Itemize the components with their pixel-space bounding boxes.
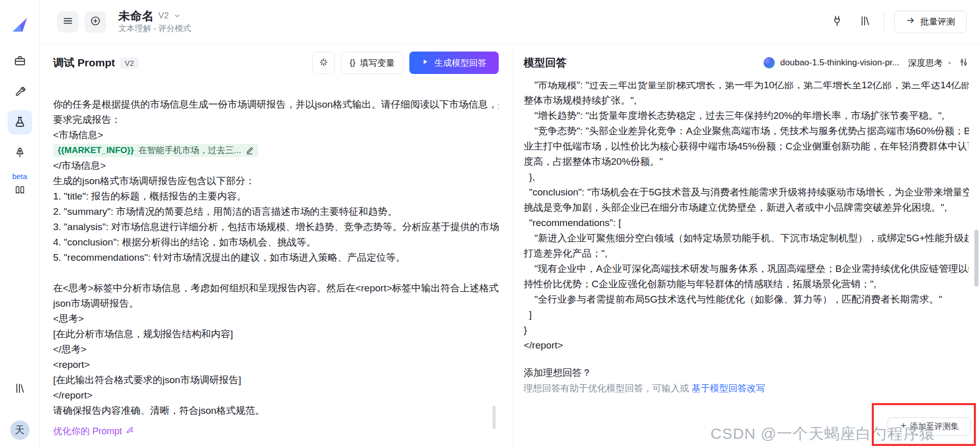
sidebar-item-prompt-lab[interactable] bbox=[8, 110, 32, 135]
text-line: </市场信息> bbox=[53, 158, 499, 173]
edit-pencil-icon[interactable] bbox=[246, 146, 254, 155]
variable-name: {{MARKET_INFO}} bbox=[58, 145, 134, 156]
plus-circle-icon bbox=[90, 15, 101, 28]
deep-think-dot-icon bbox=[948, 62, 951, 64]
collapse-menu-button[interactable] bbox=[57, 11, 79, 33]
text-line: </思考> bbox=[53, 342, 499, 357]
ai-optimize-button[interactable] bbox=[312, 52, 335, 74]
topbar-divider bbox=[884, 13, 884, 31]
tools-icon bbox=[14, 85, 26, 99]
text-line: }, bbox=[524, 169, 969, 185]
ideal-answer-hint-text: 理想回答有助于优化模型回答，可输入或 bbox=[524, 383, 692, 393]
hamburger-icon bbox=[62, 15, 74, 28]
prompt-panel-title: 调试 Prompt bbox=[53, 56, 115, 70]
variable-chip[interactable]: {{MARKET_INFO}} 在智能手机市场，过去三... bbox=[53, 144, 258, 157]
text-line: 持性价比优势；C企业应强化创新功能与年轻群体的情感联结，拓展场景化营销；", bbox=[524, 277, 969, 292]
text-line: "市场规模": "过去三年出货量呈阶梯式增长，第一年为10亿部，第二年增长至12… bbox=[524, 82, 969, 93]
user-avatar[interactable]: 天 bbox=[10, 420, 30, 440]
text-line: json市场调研报告。 bbox=[53, 296, 499, 311]
app-logo[interactable] bbox=[10, 14, 30, 35]
text-line: 2. "summary": 市场情况的简要总结，用简洁的语言描述市场的主要特征和… bbox=[53, 204, 499, 219]
add-to-evalset-button[interactable]: 添加至评测集 bbox=[888, 417, 971, 436]
batch-eval-button[interactable]: 批量评测 bbox=[894, 11, 967, 33]
chevron-down-icon[interactable] bbox=[174, 12, 181, 19]
model-settings-button[interactable] bbox=[959, 57, 969, 69]
sliders-icon bbox=[959, 57, 969, 69]
prompt-version-badge: V2 bbox=[120, 57, 138, 69]
library-icon bbox=[859, 15, 871, 29]
prompt-lines-before: 你的任务是根据提供的市场信息生成一份市场调研报告，并以json格式输出。请仔细阅… bbox=[53, 97, 499, 143]
prompt-panel-header: 调试 Prompt V2 {} bbox=[40, 44, 512, 82]
plug-icon bbox=[831, 15, 843, 29]
text-line: </report> bbox=[524, 338, 969, 353]
books-icon bbox=[14, 382, 26, 396]
fill-variables-button[interactable]: {} 填写变量 bbox=[341, 52, 403, 74]
resource-library-button[interactable] bbox=[856, 13, 873, 31]
text-line: 整体市场规模持续扩张。", bbox=[524, 93, 969, 108]
text-line: 打造差异化产品；", bbox=[524, 246, 969, 261]
text-line: "增长趋势": "出货量年度增长态势稳定，过去三年保持约20%的年增长率，市场扩… bbox=[524, 108, 969, 123]
text-line: } bbox=[524, 322, 969, 338]
sidebar-item-library[interactable] bbox=[8, 377, 32, 401]
text-line: "现有企业中，A企业可深化高端技术研发与服务体系，巩固高端壁垒；B企业需持续优化… bbox=[524, 261, 969, 277]
variable-line: {{MARKET_INFO}} 在智能手机市场，过去三... bbox=[53, 143, 499, 158]
ideal-answer-hint: 理想回答有助于优化模型回答，可输入或 基于模型回答改写 bbox=[524, 381, 969, 396]
text-line: 请确保报告内容准确、清晰，符合json格式规范。 bbox=[53, 403, 499, 418]
answer-panel-title: 模型回答 bbox=[524, 56, 567, 70]
text-line: "新进入企业可聚焦细分空白领域（如特定场景功能手机、下沉市场定制机型），或绑定5… bbox=[524, 231, 969, 246]
sidebar: beta 天 bbox=[0, 0, 40, 448]
rewrite-from-answer-link[interactable]: 基于模型回答改写 bbox=[692, 383, 765, 393]
sidebar-item-guide[interactable] bbox=[10, 181, 30, 200]
sidebar-item-deploy[interactable] bbox=[8, 141, 32, 165]
title-block: 未命名 V2 文本理解 - 评分模式 bbox=[118, 10, 191, 34]
text-line: 挑战是竞争加剧，头部企业已在细分市场建立优势壁垒，新进入者或中小品牌需突破差异化… bbox=[524, 200, 969, 215]
plug-tool-button[interactable] bbox=[828, 13, 846, 31]
text-line: 1. "title": 报告的标题，概括报告的主要内容。 bbox=[53, 189, 499, 204]
braces-icon: {} bbox=[350, 58, 355, 67]
model-answer-text: "市场规模": "过去三年出货量呈阶梯式增长，第一年为10亿部，第二年增长至12… bbox=[524, 82, 969, 353]
deep-think-toggle[interactable]: 深度思考 bbox=[908, 57, 943, 69]
text-line: 4. "conclusion": 根据分析得出的结论，如市场机会、挑战等。 bbox=[53, 235, 499, 250]
prompt-editor[interactable]: 你的任务是根据提供的市场信息生成一份市场调研报告，并以json格式输出。请仔细阅… bbox=[40, 82, 512, 439]
plus-icon bbox=[900, 422, 907, 431]
model-selector: doubao-1.5-thinking-vision-pr... 深度思考 bbox=[764, 57, 969, 69]
app-root: beta 天 bbox=[0, 0, 980, 448]
generate-answer-button[interactable]: 生成模型回答 bbox=[409, 52, 499, 74]
topbar-right: 批量评测 bbox=[828, 11, 967, 33]
book-icon bbox=[14, 184, 26, 197]
optimize-prompt-link[interactable]: 优化你的 Prompt bbox=[53, 424, 134, 439]
answer-scrollbar-thumb[interactable] bbox=[974, 230, 978, 287]
batch-eval-label: 批量评测 bbox=[920, 16, 955, 28]
model-answer-area[interactable]: "市场规模": "过去三年出货量呈阶梯式增长，第一年为10亿部，第二年增长至12… bbox=[512, 82, 980, 396]
topbar: 未命名 V2 文本理解 - 评分模式 bbox=[40, 0, 980, 44]
main-column: 未命名 V2 文本理解 - 评分模式 bbox=[40, 0, 980, 448]
text-line: 5. "recommendations": 针对市场情况提出的建议，如市场进入策… bbox=[53, 250, 499, 265]
toolbox-icon bbox=[14, 55, 26, 68]
text-line: ] bbox=[524, 307, 969, 322]
text-line: <市场信息> bbox=[53, 128, 499, 143]
ideal-answer-title: 添加理想回答？ bbox=[524, 365, 969, 381]
model-name[interactable]: doubao-1.5-thinking-vision-pr... bbox=[780, 58, 899, 68]
text-line bbox=[53, 265, 499, 281]
new-task-button[interactable] bbox=[85, 11, 106, 33]
prompt-lines-after: </市场信息>生成的json格式市场调研报告应包含以下部分：1. "title"… bbox=[53, 158, 499, 418]
prompt-header-actions: {} 填写变量 生成模型回答 bbox=[312, 52, 499, 74]
text-line: <report> bbox=[53, 357, 499, 372]
text-line: "全行业参与者需提前布局5G技术迭代与性能优化（如影像、算力等），匹配消费者长期… bbox=[524, 292, 969, 307]
answer-panel: 模型回答 doubao-1.5-thinking-vision-pr... 深度… bbox=[512, 44, 980, 448]
magic-pencil-icon bbox=[126, 424, 134, 439]
sparkle-icon bbox=[318, 57, 329, 69]
flask-icon bbox=[14, 116, 26, 130]
text-line: [在此分析市场信息，规划报告结构和内容] bbox=[53, 327, 499, 342]
sidebar-nav: beta bbox=[8, 49, 32, 200]
text-line: "recommendations": [ bbox=[524, 215, 969, 231]
sidebar-item-tools[interactable] bbox=[8, 80, 32, 104]
sidebar-item-toolbox[interactable] bbox=[8, 49, 32, 73]
doubao-model-icon bbox=[764, 57, 775, 68]
text-line: 业主打中低端市场，以性价比为核心获得中端市场45%份额；C企业侧重创新功能，在年… bbox=[524, 139, 969, 154]
prompt-scrollbar-thumb[interactable] bbox=[493, 406, 496, 429]
sidebar-item-beta-group: beta bbox=[10, 172, 30, 200]
arrow-right-icon bbox=[906, 16, 915, 28]
prompt-panel: 调试 Prompt V2 {} bbox=[40, 44, 512, 448]
text-line: "竞争态势": "头部企业差异化竞争：A企业聚焦高端市场，凭技术与服务优势占据高… bbox=[524, 123, 969, 139]
